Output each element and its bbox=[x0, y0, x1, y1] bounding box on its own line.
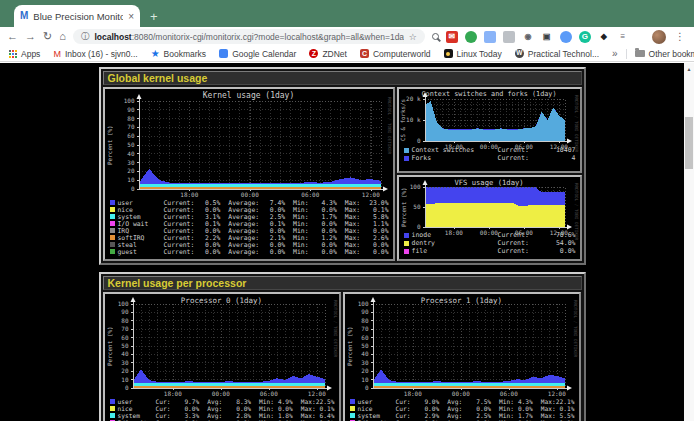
legend-stat: Avg:8.3% bbox=[207, 398, 259, 405]
legend-row: niceCur:0.0%Avg:0.0%Min:0.0%Max:0.1% bbox=[110, 405, 335, 412]
legend-stat: Max:0.0% bbox=[345, 248, 389, 256]
legend-name: Forks bbox=[404, 154, 498, 162]
legend-stat-value: 6.4% bbox=[320, 412, 335, 419]
search-ext-icon[interactable] bbox=[432, 33, 439, 40]
legend-row: guestCurrent:0.0%Average:0.0%Min:0.0%Max… bbox=[110, 248, 389, 255]
y-tick-label: 90 bbox=[105, 107, 135, 113]
bookmark-zdnet[interactable]: Z ZDNet bbox=[309, 49, 347, 59]
url-text: localhost:8080/monitorix-cgi/monitorix.c… bbox=[94, 32, 403, 42]
other-bookmarks[interactable]: Other bookmarks bbox=[635, 49, 694, 59]
bookmark-label: Linux Today bbox=[457, 49, 502, 59]
legend-swatch bbox=[350, 399, 355, 404]
bookmark-inbox[interactable]: M Inbox (16) - sjvn0... bbox=[53, 49, 137, 59]
legend-stat-label: Current: bbox=[498, 231, 538, 239]
page-scrollbar[interactable]: ▲ bbox=[684, 63, 694, 421]
processor-0-chart-panel[interactable]: Processor 0 (1day)Percent (%)01020304050… bbox=[103, 292, 341, 421]
box-ext-icon[interactable]: ▣ bbox=[541, 31, 553, 43]
chart-legend: userCur:9.0%Avg:7.5%Min:4.3%Max:22.1%nic… bbox=[350, 398, 575, 421]
doc-ext-icon[interactable] bbox=[503, 31, 515, 43]
legend-label: Context switches bbox=[412, 146, 475, 154]
bookmark-apps[interactable]: Apps bbox=[9, 49, 40, 59]
bookmark-google-calendar[interactable]: Google Calendar bbox=[219, 49, 296, 59]
legend-row: fileCurrent:0.0% bbox=[404, 247, 576, 255]
bookmark-computerworld[interactable]: C Computerworld bbox=[360, 49, 431, 59]
legend-stat-value: 2.5% bbox=[476, 412, 491, 419]
y-tick-label: 30 bbox=[345, 360, 369, 366]
legend-stat: Cur:0.0% bbox=[396, 405, 448, 412]
y-tick-label: 100 bbox=[105, 98, 135, 104]
globe-ext-icon[interactable] bbox=[465, 31, 477, 43]
legend-stat: Avg:2.8% bbox=[207, 412, 259, 419]
legend-row: inodeCurrent:70.6% bbox=[404, 231, 576, 239]
wordpress-icon: W bbox=[515, 49, 524, 58]
legend-label: system bbox=[358, 412, 380, 419]
pages-ext-icon[interactable] bbox=[484, 31, 496, 43]
legend-stat-label: Max: bbox=[345, 248, 360, 256]
processor-1-chart-panel[interactable]: Processor 1 (1day)Percent (%)01020304050… bbox=[343, 292, 581, 421]
home-icon[interactable]: ⌂ bbox=[59, 31, 66, 42]
x-tick-label: 18:00 bbox=[158, 391, 188, 397]
legend-stat: Cur:0.0% bbox=[156, 405, 208, 412]
legend-stat: Cur:3.3% bbox=[156, 412, 208, 419]
profile-avatar[interactable] bbox=[652, 30, 666, 44]
legend-name: inode bbox=[404, 231, 498, 239]
bookmark-label: Bookmarks bbox=[164, 49, 207, 59]
new-tab-button[interactable]: + bbox=[150, 10, 158, 23]
scroll-up-icon[interactable]: ▲ bbox=[684, 63, 694, 72]
vfs-usage-chart-panel[interactable]: VFS usage (1day)Percent (%)05010018:0000… bbox=[397, 175, 582, 261]
browser-tab[interactable]: M Blue Precision Monitorix × bbox=[14, 5, 140, 27]
legend-name: nice bbox=[350, 405, 396, 412]
back-icon[interactable]: ← bbox=[7, 31, 18, 42]
browser-menu-icon[interactable]: ⋮ bbox=[673, 31, 687, 42]
legend-stat-value: 4 bbox=[538, 154, 576, 162]
legend-stat-label: Cur: bbox=[156, 412, 171, 419]
bookmark-practical-technology[interactable]: W Practical Technol... bbox=[515, 49, 599, 59]
legend-stat: Min:0.0% bbox=[259, 405, 301, 412]
grammarly-ext-icon[interactable]: G bbox=[579, 31, 591, 43]
legend-label: file bbox=[412, 247, 428, 255]
forward-icon[interactable]: → bbox=[25, 31, 36, 42]
legend-swatch bbox=[110, 200, 115, 205]
legend-stat-label: Current: bbox=[498, 154, 538, 162]
scrollbar-thumb[interactable] bbox=[685, 117, 693, 169]
y-tick-label: 20 k bbox=[399, 96, 421, 102]
y-tick-label: 10 bbox=[345, 377, 369, 383]
legend-stat-value: 2.8% bbox=[236, 412, 251, 419]
legend-stat-label: Max: bbox=[301, 398, 316, 405]
legend-swatch bbox=[110, 406, 115, 411]
address-bar[interactable]: ⓘ localhost:8080/monitorix-cgi/monitorix… bbox=[73, 29, 425, 44]
bookmark-bookmarks[interactable]: ★ Bookmarks bbox=[151, 48, 206, 59]
eye-ext-icon[interactable]: ◉ bbox=[522, 31, 534, 43]
bookmark-label: Apps bbox=[21, 49, 40, 59]
legend-swatch bbox=[110, 228, 115, 233]
reload-icon[interactable]: ↻ bbox=[43, 31, 52, 42]
legend-stat-label: Cur: bbox=[396, 405, 411, 412]
y-tick-label: 90 bbox=[105, 309, 129, 315]
bookmark-linux-today[interactable]: Linux Today bbox=[444, 49, 502, 59]
legend-stat-value: 9.7% bbox=[184, 398, 199, 405]
legend-swatch bbox=[110, 207, 115, 212]
gmail-ext-icon[interactable]: ✉ bbox=[446, 31, 458, 43]
bookmarks-overflow-icon[interactable]: » bbox=[612, 48, 618, 59]
list-ext-icon[interactable]: ≡ bbox=[617, 31, 629, 43]
bookmark-star-icon[interactable]: ☆ bbox=[409, 32, 417, 42]
legend-stat-label: Max: bbox=[301, 412, 316, 419]
legend-stat-value: 0.0% bbox=[424, 405, 439, 412]
context-switches-chart-panel[interactable]: Context switches and forks (1day)CS & fo… bbox=[397, 87, 582, 173]
legend-stat: Min:0.0% bbox=[499, 405, 541, 412]
page-info-icon[interactable]: ⓘ bbox=[81, 31, 90, 43]
legend-row: systemCur:2.9%Avg:2.5%Min:1.7%Max:5.5% bbox=[350, 412, 575, 419]
legend-stat-value: 0.0% bbox=[278, 405, 293, 412]
legend-label: system bbox=[118, 412, 140, 419]
kernel-usage-chart-panel[interactable]: Kernel usage (1day)Percent (%)0102030405… bbox=[103, 87, 395, 261]
url-host: localhost bbox=[94, 32, 131, 42]
chart-legend: userCurrent:0.5%Average:7.4%Min:4.3%Max:… bbox=[110, 199, 389, 255]
legend-stat: Current:0.0% bbox=[164, 248, 229, 256]
legend-row: systemCur:3.3%Avg:2.8%Min:1.8%Max:6.4% bbox=[110, 412, 335, 419]
y-tick-label: 50 bbox=[345, 343, 369, 349]
y-tick-label: 100 bbox=[399, 184, 421, 190]
pin-ext-icon[interactable]: ◆ bbox=[598, 31, 610, 43]
tab-close-icon[interactable]: × bbox=[128, 11, 134, 22]
chat-ext-icon[interactable] bbox=[560, 31, 572, 43]
y-tick-label: 60 bbox=[345, 335, 369, 341]
